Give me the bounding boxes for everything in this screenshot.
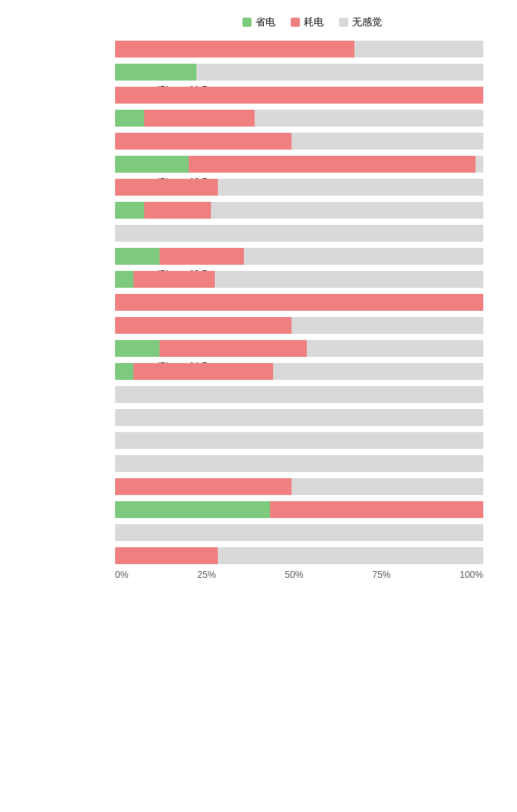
bar-track [115, 409, 483, 426]
bar-track [115, 179, 483, 196]
bar-row: iPhone 12 Pro Max [115, 177, 509, 198]
legend-label: 耗电 [304, 15, 324, 29]
bar-row: iPhone 14 Pro Max [115, 361, 509, 382]
bar-segment-green [115, 271, 133, 288]
bar-track [115, 340, 483, 357]
bar-row: iPhone 14 Pro [115, 338, 509, 359]
legend-item: 耗电 [291, 15, 324, 29]
chart-container: 省电耗电无感觉 iPhone 11iPhone 11 ProiPhone 11 … [8, 8, 509, 588]
bar-segment-red [144, 110, 255, 127]
bar-row: iPhone 8 [115, 384, 509, 405]
bar-segment-red [115, 133, 291, 150]
bar-row: iPhone 8 Plus [115, 407, 509, 428]
bar-row: iPhone 13 [115, 200, 509, 221]
bar-track [115, 225, 483, 242]
bar-track [115, 64, 483, 81]
bar-row: iPhone 13 mini [115, 223, 509, 244]
x-axis-label: 0% [115, 569, 128, 580]
bar-track [115, 524, 483, 541]
bar-track [115, 501, 483, 518]
bar-track [115, 133, 483, 150]
bar-row: iPhone 14 Plus [115, 315, 509, 336]
legend-label: 无感觉 [352, 15, 382, 29]
bar-track [115, 317, 483, 334]
bar-row: iPhone XR [115, 499, 509, 520]
bar-segment-red [115, 547, 218, 564]
legend-color-swatch [339, 18, 348, 27]
bar-row: iPhone 12 mini [115, 130, 509, 152]
bar-row: iPhone 11 [115, 38, 509, 60]
bar-segment-red [115, 294, 483, 311]
bar-segment-red [189, 156, 476, 173]
bar-segment-green [115, 64, 196, 81]
x-axis-label: 50% [285, 569, 303, 580]
bar-segment-green [115, 248, 160, 265]
legend: 省电耗电无感觉 [8, 15, 509, 29]
legend-color-swatch [242, 18, 252, 27]
bar-track [115, 455, 483, 472]
bar-row: iPhone 12 [115, 107, 509, 129]
bar-row: iPhone 13 Pro [115, 246, 509, 267]
bar-segment-red [115, 478, 291, 495]
x-axis: 0%25%50%75%100% [115, 569, 483, 580]
bar-track [115, 271, 483, 288]
bar-segment-green [115, 202, 144, 219]
bar-track [115, 363, 483, 380]
bar-segment-red [115, 87, 483, 104]
bar-segment-green [115, 110, 144, 127]
bar-track [115, 202, 483, 219]
bar-segment-red [144, 202, 210, 219]
bar-segment-red [115, 41, 354, 58]
bar-segment-green [115, 156, 189, 173]
legend-item: 省电 [242, 15, 275, 29]
bar-track [115, 156, 483, 173]
bar-row: iPhone XS Max [115, 545, 509, 566]
bar-segment-red [133, 271, 215, 288]
bar-row: iPhone 12 Pro [115, 153, 509, 175]
bar-segment-green [115, 340, 160, 357]
x-axis-wrapper: 0%25%50%75%100% [8, 569, 509, 580]
bar-track [115, 432, 483, 449]
x-axis-label: 100% [459, 569, 483, 580]
bar-track [115, 41, 483, 58]
bar-row: iPhone X [115, 476, 509, 497]
bar-track [115, 478, 483, 495]
bar-segment-red [133, 363, 273, 380]
bar-segment-red [115, 317, 291, 334]
x-axis-label: 75% [372, 569, 390, 580]
bar-track [115, 294, 483, 311]
legend-label: 省电 [255, 15, 275, 29]
legend-item: 无感觉 [339, 15, 382, 29]
x-axis-label: 25% [197, 569, 216, 580]
bar-track [115, 248, 483, 265]
bar-row: iPhone 14 [115, 292, 509, 313]
bar-track [115, 110, 483, 127]
bar-row: iPhone 11 Pro [115, 61, 509, 83]
chart-area: iPhone 11iPhone 11 ProiPhone 11 Pro Maxi… [8, 38, 509, 566]
bar-track [115, 547, 483, 564]
bar-segment-green [115, 363, 133, 380]
bar-track [115, 386, 483, 403]
bar-row: iPhone 13 Pro Max [115, 269, 509, 290]
bar-row: iPhone 11 Pro Max [115, 84, 509, 106]
legend-color-swatch [291, 18, 300, 27]
bar-row: iPhone XS [115, 522, 509, 543]
bar-segment-red [160, 248, 244, 265]
bar-row: iPhone SE 第3代 [115, 453, 509, 474]
bar-segment-red [160, 340, 307, 357]
bar-track [115, 87, 483, 104]
bar-segment-red [115, 179, 218, 196]
bar-row: iPhone SE 第2代 [115, 430, 509, 451]
bar-segment-green [115, 501, 270, 518]
bar-segment-red [270, 501, 483, 518]
